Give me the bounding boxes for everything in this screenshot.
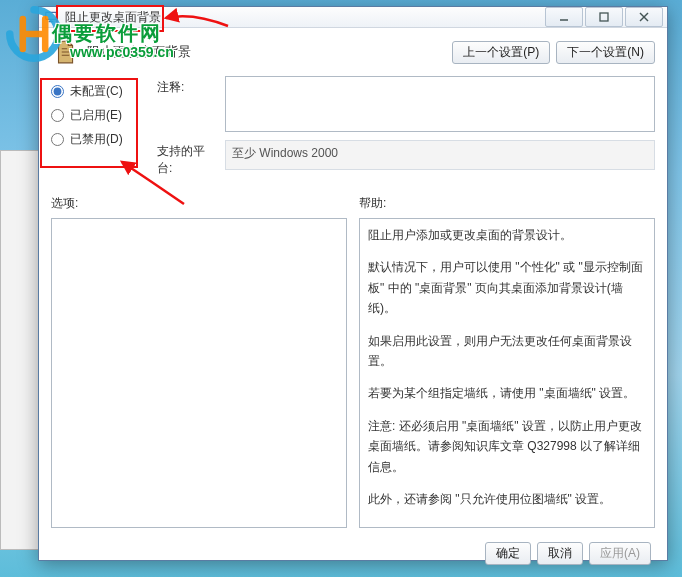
ok-button[interactable]: 确定 (485, 542, 531, 565)
help-paragraph: 默认情况下，用户可以使用 "个性化" 或 "显示控制面板" 中的 "桌面背景" … (368, 257, 646, 318)
help-header: 帮助: (359, 195, 655, 212)
policy-title: 阻止更改桌面背景 (87, 43, 191, 61)
help-paragraph: 如果启用此设置，则用户无法更改任何桌面背景设置。 (368, 331, 646, 372)
close-button[interactable] (625, 7, 663, 27)
help-paragraph: 注意: 还必须启用 "桌面墙纸" 设置，以防止用户更改桌面墙纸。请参阅知识库文章… (368, 416, 646, 477)
supported-label: 支持的平台: (157, 140, 217, 177)
radio-disabled[interactable] (51, 133, 64, 146)
radio-enabled-label[interactable]: 已启用(E) (70, 107, 122, 124)
title-bar: 阻止更改桌面背景 (39, 7, 667, 28)
radio-not-configured-label[interactable]: 未配置(C) (70, 83, 123, 100)
next-setting-button[interactable]: 下一个设置(N) (556, 41, 655, 64)
radio-disabled-label[interactable]: 已禁用(D) (70, 131, 123, 148)
svg-rect-0 (46, 12, 57, 19)
prev-setting-button[interactable]: 上一个设置(P) (452, 41, 550, 64)
window-title: 阻止更改桌面背景 (65, 9, 543, 26)
maximize-button[interactable] (585, 7, 623, 27)
help-paragraph: 此外，还请参阅 "只允许使用位图墙纸" 设置。 (368, 489, 646, 509)
state-radio-group: 未配置(C) 已启用(E) 已禁用(D) (51, 76, 143, 177)
apply-button[interactable]: 应用(A) (589, 542, 651, 565)
help-paragraph: 阻止用户添加或更改桌面的背景设计。 (368, 225, 646, 245)
help-pane: 阻止用户添加或更改桌面的背景设计。 默认情况下，用户可以使用 "个性化" 或 "… (359, 218, 655, 528)
system-icon (43, 9, 59, 25)
help-paragraph: 若要为某个组指定墙纸，请使用 "桌面墙纸" 设置。 (368, 383, 646, 403)
radio-enabled[interactable] (51, 109, 64, 122)
options-header: 选项: (51, 195, 347, 212)
radio-not-configured[interactable] (51, 85, 64, 98)
supported-platforms: 至少 Windows 2000 (225, 140, 655, 170)
background-window (0, 150, 40, 550)
policy-dialog: 阻止更改桌面背景 阻止更改桌面背景 上一个设置(P) 下一个设置(N) (38, 6, 668, 561)
cancel-button[interactable]: 取消 (537, 542, 583, 565)
comment-textarea[interactable] (225, 76, 655, 132)
minimize-button[interactable] (545, 7, 583, 27)
options-pane (51, 218, 347, 528)
svg-rect-2 (600, 13, 608, 21)
comment-label: 注释: (157, 76, 217, 96)
policy-icon (51, 38, 79, 66)
